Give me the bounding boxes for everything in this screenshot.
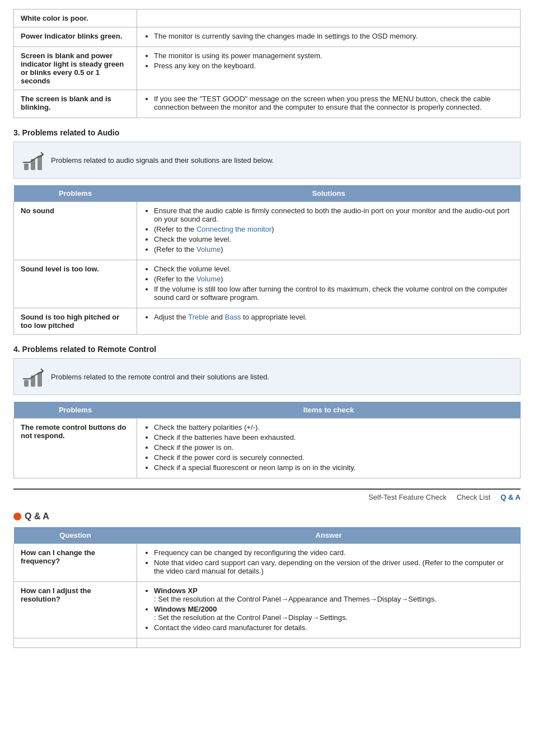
remote-note-icon xyxy=(22,364,44,389)
solution-cell: Ensure that the audio cable is firmly co… xyxy=(137,202,521,260)
qa-nav[interactable]: Q & A xyxy=(500,493,521,501)
audio-problems-table: Problems Solutions No sound Ensure that … xyxy=(13,185,521,335)
nav-bar: Self-Test Feature Check Check List Q & A xyxy=(13,489,521,505)
section4-title: 4. Problems related to Remote Control xyxy=(13,345,521,354)
audio-note-box: Problems related to audio signals and th… xyxy=(13,142,521,179)
items-header: Items to check xyxy=(137,402,521,419)
question-cell: How can I adjust the resolution? xyxy=(14,582,137,638)
remote-problems-table: Problems Items to check The remote contr… xyxy=(13,402,521,478)
svg-rect-5 xyxy=(38,372,42,387)
remote-note-box: Problems related to the remote control a… xyxy=(13,358,521,395)
qa-dot-icon xyxy=(13,513,21,520)
problem-cell: Power Indicator blinks green. xyxy=(14,27,137,47)
problem-cell: The screen is blank and is blinking. xyxy=(14,90,137,118)
problem-cell: No sound xyxy=(14,202,137,260)
solution-cell xyxy=(137,10,521,27)
table-row: Screen is blank and power indicator ligh… xyxy=(14,47,521,90)
table-row: Sound is too high pitched or too low pit… xyxy=(14,308,521,335)
table-row: How can I change the frequency? Frequenc… xyxy=(14,544,521,582)
table-row: White color is poor. xyxy=(14,10,521,27)
solution-cell: Check the volume level. (Refer to the Vo… xyxy=(137,260,521,308)
audio-note-text: Problems related to audio signals and th… xyxy=(51,156,274,165)
qa-title-text: Q & A xyxy=(25,511,49,522)
table-row: The remote control buttons do not respon… xyxy=(14,419,521,478)
treble-link[interactable]: Treble xyxy=(188,313,208,321)
answer-cell: Frequency can be changed by reconfigurin… xyxy=(137,544,521,582)
qa-table-header: Question Answer xyxy=(14,527,521,544)
answer-cell: Windows XP: Set the resolution at the Co… xyxy=(137,582,521,638)
solution-cell: If you see the "TEST GOOD" message on th… xyxy=(137,90,521,118)
table-row: The screen is blank and is blinking. If … xyxy=(14,90,521,118)
problems-header-2: Problems xyxy=(14,402,137,419)
section3-title: 3. Problems related to Audio xyxy=(13,128,521,137)
solution-cell: Check the battery polarities (+/-). Chec… xyxy=(137,419,521,478)
answer-cell xyxy=(137,638,521,648)
svg-rect-2 xyxy=(38,156,42,170)
question-header: Question xyxy=(14,527,137,544)
table-row xyxy=(14,638,521,648)
solution-cell: The monitor is currently saving the chan… xyxy=(137,27,521,47)
audio-table-header: Problems Solutions xyxy=(14,185,521,202)
problem-cell: Screen is blank and power indicator ligh… xyxy=(14,47,137,90)
connecting-monitor-link[interactable]: Connecting the monitor xyxy=(196,225,271,233)
problem-cell: Sound level is too low. xyxy=(14,260,137,308)
problem-cell: White color is poor. xyxy=(14,10,137,27)
self-test-nav[interactable]: Self-Test Feature Check xyxy=(368,493,446,501)
problem-cell: Sound is too high pitched or too low pit… xyxy=(14,308,137,335)
table-row: No sound Ensure that the audio cable is … xyxy=(14,202,521,260)
audio-note-icon xyxy=(22,148,44,172)
table-row: How can I adjust the resolution? Windows… xyxy=(14,582,521,638)
answer-header: Answer xyxy=(137,527,521,544)
volume-link-1[interactable]: Volume xyxy=(196,245,221,253)
bass-link[interactable]: Bass xyxy=(225,313,241,321)
table-row: Sound level is too low. Check the volume… xyxy=(14,260,521,308)
remote-note-text: Problems related to the remote control a… xyxy=(51,373,269,381)
qa-table: Question Answer How can I change the fre… xyxy=(13,527,521,648)
check-list-nav[interactable]: Check List xyxy=(457,493,491,501)
remote-table-header: Problems Items to check xyxy=(14,402,521,419)
question-cell xyxy=(14,638,137,648)
table-row: Power Indicator blinks green. The monito… xyxy=(14,27,521,47)
solution-cell: Adjust the Treble and Bass to appropriat… xyxy=(137,308,521,335)
top-issues-table: White color is poor. Power Indicator bli… xyxy=(13,9,521,118)
solutions-header: Solutions xyxy=(137,185,521,202)
question-cell: How can I change the frequency? xyxy=(14,544,137,582)
problem-cell: The remote control buttons do not respon… xyxy=(14,419,137,478)
svg-rect-0 xyxy=(24,163,29,170)
qa-section-title: Q & A xyxy=(13,511,521,522)
svg-rect-3 xyxy=(24,380,29,387)
volume-link-2[interactable]: Volume xyxy=(196,275,221,283)
solution-cell: The monitor is using its power managemen… xyxy=(137,47,521,90)
problems-header: Problems xyxy=(14,185,137,202)
